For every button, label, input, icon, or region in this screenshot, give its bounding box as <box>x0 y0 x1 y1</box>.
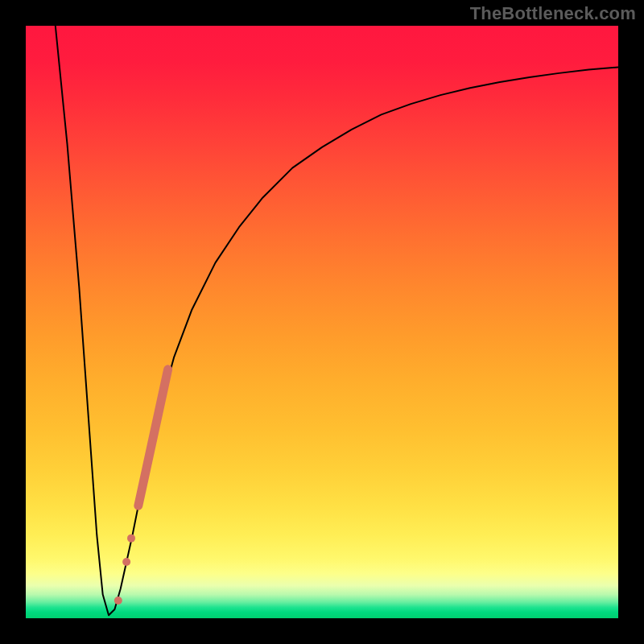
svg-point-2 <box>127 535 135 543</box>
svg-line-0 <box>138 369 168 506</box>
bottleneck-curve <box>56 26 618 615</box>
chart-overlay <box>26 26 618 618</box>
bottleneck-highlight <box>114 369 168 605</box>
svg-point-1 <box>122 558 130 566</box>
chart-frame: TheBottleneck.com <box>0 0 644 644</box>
watermark-label: TheBottleneck.com <box>470 3 636 24</box>
svg-point-3 <box>114 597 122 605</box>
